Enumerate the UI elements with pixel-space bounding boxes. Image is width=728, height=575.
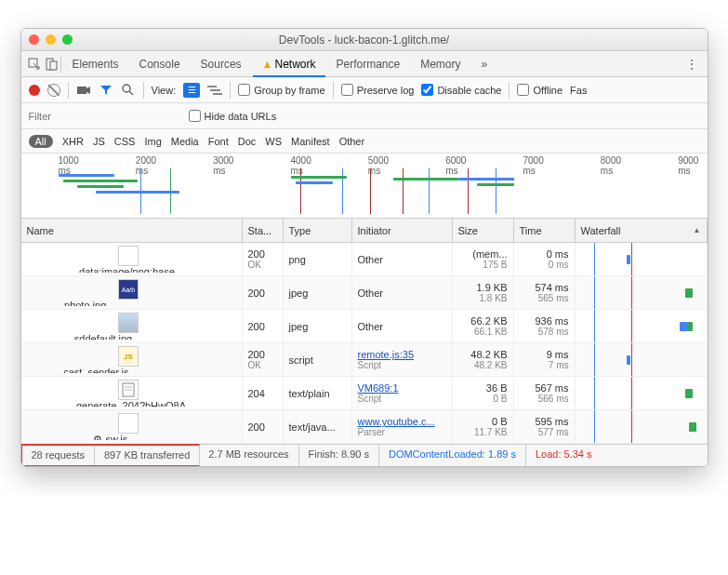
col-time[interactable]: Time [514, 219, 576, 242]
table-header: Name Sta... Type Initiator Size Time Wat… [21, 219, 708, 243]
filter-img[interactable]: Img [144, 136, 161, 147]
svg-rect-3 [77, 87, 86, 94]
col-name[interactable]: Name [21, 219, 243, 242]
network-toolbar: View: ☰ Group by frame Preserve log Disa… [21, 77, 708, 103]
group-by-frame-checkbox[interactable]: Group by frame [238, 84, 324, 96]
tab-performance[interactable]: Performance [327, 51, 410, 77]
device-icon[interactable] [44, 57, 59, 72]
col-size[interactable]: Size [453, 219, 514, 242]
preserve-log-checkbox[interactable]: Preserve log [341, 84, 415, 96]
svg-point-4 [123, 85, 130, 92]
status-dcl: DOMContentLoaded: 1.89 s [379, 445, 526, 466]
initiator-link[interactable]: www.youtube.c... [358, 416, 446, 427]
table-row[interactable]: sddefault.jpgi.ytimg.com/vi/6lfaiXM6waw … [21, 310, 708, 343]
table-row[interactable]: generate_204?bHwO8A 204 text/plain VM689… [21, 377, 708, 410]
clear-button[interactable] [47, 84, 60, 97]
titlebar: DevTools - luck-bacon-1.glitch.me/ [21, 29, 708, 51]
large-rows-toggle[interactable]: ☰ [183, 83, 200, 98]
inspect-icon[interactable] [27, 57, 42, 72]
filter-js[interactable]: JS [93, 136, 105, 147]
type-filter-row: All XHR JS CSS Img Media Font Doc WS Man… [21, 129, 708, 154]
request-name: photo.jpg [64, 300, 198, 306]
table-row[interactable]: Aa/b photo.jpgyt3.ggpht.com/-vu_v-hJT-3Q… [21, 276, 708, 310]
svg-rect-2 [50, 61, 57, 70]
tab-memory[interactable]: Memory [411, 51, 470, 77]
initiator-link[interactable]: VM689:1 [358, 382, 446, 394]
waterfall-bar [576, 310, 707, 342]
disable-cache-checkbox[interactable]: Disable cache [421, 84, 501, 96]
waterfall-bar [576, 410, 707, 443]
filter-icon[interactable] [99, 83, 113, 98]
tab-network[interactable]: ▲Network [253, 51, 325, 77]
filter-font[interactable]: Font [208, 136, 229, 147]
filter-all[interactable]: All [29, 135, 53, 148]
waterfall-bar [576, 276, 707, 309]
view-label: View: [152, 85, 177, 96]
filter-doc[interactable]: Doc [238, 136, 257, 147]
waterfall-bar [576, 377, 707, 409]
panel-tabs: Elements Console Sources ▲Network Perfor… [21, 51, 708, 77]
status-finish: Finish: 8.90 s [299, 445, 379, 466]
tab-sources[interactable]: Sources [192, 51, 251, 77]
settings-menu-icon[interactable]: ⋮ [682, 57, 702, 72]
request-name: ⚙sw.js [93, 434, 168, 440]
tab-console[interactable]: Console [130, 51, 190, 77]
col-status[interactable]: Sta... [243, 219, 284, 242]
search-icon[interactable] [121, 83, 136, 98]
status-requests: 28 requests [22, 446, 95, 465]
waterfall-bar [576, 243, 707, 275]
warning-icon: ▲ [262, 58, 273, 71]
status-load: Load: 5.34 s [526, 445, 602, 466]
filter-bar: Hide data URLs [21, 103, 708, 129]
filter-css[interactable]: CSS [114, 136, 136, 147]
sort-indicator-icon: ▲ [694, 226, 701, 234]
offline-checkbox[interactable]: Offline [517, 84, 563, 96]
svg-line-5 [129, 91, 133, 95]
request-table: data:image/png;base... 200OK png Other (… [21, 243, 708, 444]
col-type[interactable]: Type [284, 219, 352, 242]
camera-icon[interactable] [76, 83, 91, 98]
filter-xhr[interactable]: XHR [62, 136, 84, 147]
request-name: data:image/png;base... [79, 266, 183, 273]
devtools-window: DevTools - luck-bacon-1.glitch.me/ Eleme… [20, 28, 708, 467]
request-name: generate_204?bHwO8A [76, 400, 186, 407]
timeline-overview[interactable]: 1000 ms 2000 ms 3000 ms 4000 ms 5000 ms … [21, 154, 708, 219]
col-initiator[interactable]: Initiator [352, 219, 453, 242]
table-row[interactable]: data:image/png;base... 200OK png Other (… [21, 243, 708, 276]
filter-media[interactable]: Media [171, 136, 199, 147]
throttle-label[interactable]: Fas [570, 85, 587, 96]
waterfall-view-icon[interactable] [207, 83, 222, 98]
window-title: DevTools - luck-bacon-1.glitch.me/ [21, 33, 708, 47]
filter-other[interactable]: Other [339, 136, 365, 147]
initiator-link[interactable]: remote.js:35 [358, 349, 446, 360]
tab-elements[interactable]: Elements [63, 51, 128, 77]
record-button[interactable] [29, 85, 40, 96]
table-row[interactable]: ⚙sw.jswww.youtube.com 200 text/java... w… [21, 410, 708, 444]
status-transferred: 897 KB transferred [95, 446, 199, 465]
col-waterfall[interactable]: Waterfall▲ [576, 219, 708, 242]
filter-input[interactable] [29, 111, 178, 122]
waterfall-bar [576, 343, 707, 376]
filter-manifest[interactable]: Manifest [291, 136, 330, 147]
gear-icon: ⚙ [93, 434, 102, 440]
request-name: cast_sender.js [63, 367, 199, 373]
table-row[interactable]: JS cast_sender.jspkedcjkdefgpdelpbcmbmeo… [21, 343, 708, 377]
request-name: sddefault.jpg [74, 333, 188, 340]
tabs-more[interactable]: » [472, 51, 497, 77]
status-bar: 28 requests 897 KB transferred 2.7 MB re… [21, 444, 708, 466]
filter-ws[interactable]: WS [265, 136, 282, 147]
hide-data-urls-checkbox[interactable]: Hide data URLs [189, 110, 277, 122]
status-resources: 2.7 MB resources [199, 445, 298, 466]
